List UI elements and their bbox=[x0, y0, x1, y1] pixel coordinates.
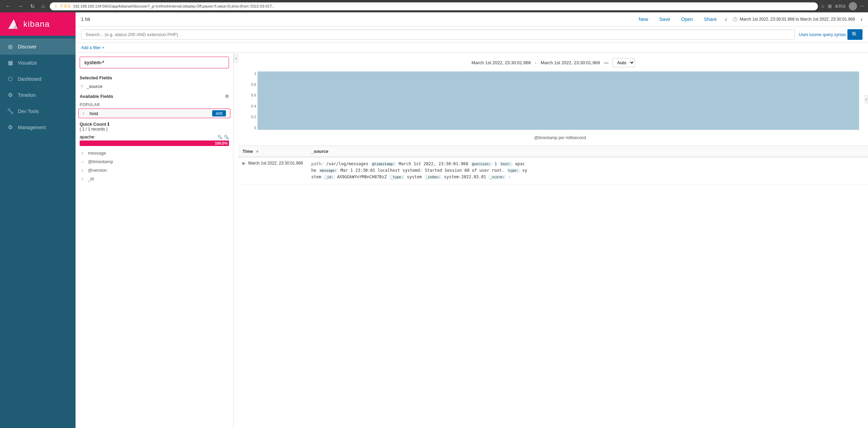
left-panel-wrapper: system-* Selected Fields ? _source Avail… bbox=[76, 53, 238, 428]
table-header-row: Time ▼ _source bbox=[238, 146, 868, 157]
field-item-source: ? _source bbox=[76, 82, 233, 91]
message-tag: message: bbox=[319, 168, 338, 173]
sidebar-item-dashboard[interactable]: ⬡ Dashboard bbox=[0, 71, 76, 87]
host-field-type: t bbox=[83, 111, 87, 115]
chart-range-separator: - bbox=[535, 60, 536, 65]
path-key: path: bbox=[311, 161, 323, 166]
id-value: AX9GGkWYnYM8nCH87BzZ bbox=[337, 174, 389, 179]
sidebar-item-label: Dev Tools bbox=[18, 109, 39, 114]
add-field-button[interactable]: add bbox=[212, 110, 226, 116]
discover-icon: ◎ bbox=[7, 43, 14, 50]
sidebar-item-label: Management bbox=[18, 125, 46, 130]
field-name: _source bbox=[87, 84, 229, 89]
version-tag: @version: bbox=[471, 162, 492, 166]
index-pattern[interactable]: system-* bbox=[80, 57, 229, 68]
id-tag: _id: bbox=[324, 175, 335, 179]
time-range: 🕐 March 1st 2022, 23:30:01.968 to March … bbox=[732, 17, 855, 22]
sort-icon: ▼ bbox=[255, 150, 259, 154]
search-input[interactable] bbox=[81, 30, 795, 40]
time-column-header[interactable]: Time ▼ bbox=[238, 146, 307, 157]
right-panel-collapse-button[interactable]: › bbox=[865, 95, 868, 103]
kibana-logo-text: kibana bbox=[23, 19, 50, 29]
devtools-icon: 🔧 bbox=[7, 108, 14, 114]
quick-count-bar-container: 100.0% bbox=[80, 140, 229, 146]
sidebar-item-discover[interactable]: ◎ Discover bbox=[0, 38, 76, 55]
chart-start-time: March 1st 2022, 23:30:01.968 bbox=[471, 60, 531, 65]
sidebar-item-timelion[interactable]: ⚙ Timelion bbox=[0, 87, 76, 103]
quick-count-icons: 🔍 🔍 bbox=[217, 135, 229, 139]
save-button[interactable]: Save bbox=[656, 15, 673, 23]
y-label-1: 1 bbox=[254, 71, 256, 76]
extensions-button[interactable]: ⊞ bbox=[828, 3, 832, 9]
selected-fields-header: Selected Fields bbox=[76, 72, 233, 82]
zoom-in-icon[interactable]: 🔍 bbox=[217, 135, 222, 139]
avatar bbox=[849, 2, 857, 10]
results-area: Time ▼ _source ▶ March 1st 2022, 23:30:0 bbox=[238, 146, 868, 428]
sidebar-item-label: Discover bbox=[18, 44, 36, 49]
results-table: Time ▼ _source ▶ March 1st 2022, 23:30:0 bbox=[238, 146, 868, 184]
index-tag: _index: bbox=[424, 175, 442, 179]
host-field-row[interactable]: t host add bbox=[78, 109, 230, 118]
address-bar[interactable]: ⚠ 不安全 192.168.100.134:5601/app/kibana#/d… bbox=[50, 2, 818, 10]
expand-row-button[interactable]: ▶ bbox=[242, 161, 245, 166]
filterbar: Add a filter + bbox=[76, 43, 868, 53]
management-icon: ⚙ bbox=[7, 124, 14, 131]
search-button[interactable]: 🔍 bbox=[847, 29, 863, 40]
address-text: 192.168.100.134:5601/app/kibana#/discove… bbox=[73, 4, 275, 8]
sidebar-logo: kibana bbox=[0, 12, 76, 36]
main: 1 hit New Save Open Share ‹ 🕐 March 1st … bbox=[76, 12, 868, 428]
gear-icon[interactable]: ⚙ bbox=[225, 94, 229, 99]
host-tag: host: bbox=[500, 162, 513, 166]
score-value: - bbox=[508, 174, 511, 179]
y-label-0: 0 bbox=[254, 126, 256, 130]
refresh-button[interactable]: ↻ bbox=[28, 2, 37, 10]
forward-button[interactable]: → bbox=[16, 2, 25, 10]
field-type-icon: ? bbox=[80, 85, 84, 89]
quick-count-entry: apache 🔍 🔍 100.0% bbox=[80, 134, 229, 146]
timestamp-field-name: @timestamp bbox=[88, 159, 113, 164]
chart-end-time: March 1st 2022, 23:30:01.969 bbox=[540, 60, 600, 65]
y-label-08: 0.8 bbox=[251, 82, 256, 87]
lucene-link[interactable]: Uses lucene query syntax bbox=[799, 32, 846, 37]
open-button[interactable]: Open bbox=[678, 15, 696, 23]
sidebar-item-visualize[interactable]: ▦ Visualize bbox=[0, 55, 76, 71]
back-button[interactable]: ← bbox=[3, 2, 13, 10]
browser-actions: ☆ ⊞ 未同步 ⋯ bbox=[821, 2, 865, 10]
quick-count-section: Quick Count ℹ ( 1 / 1 records ) apache 🔍… bbox=[76, 119, 233, 149]
bookmark-button[interactable]: ☆ bbox=[821, 3, 825, 9]
time-range-text: March 1st 2022, 23:30:01.968 to March 1s… bbox=[740, 17, 855, 22]
quick-count-entry-name: apache bbox=[80, 134, 94, 139]
table-row: ▶ March 1st 2022, 23:30:01.968 path: /va… bbox=[238, 157, 868, 184]
available-fields-header: Available Fields ⚙ bbox=[76, 91, 233, 100]
available-field-timestamp: ○ @timestamp bbox=[76, 157, 233, 166]
host-continued: he bbox=[311, 168, 319, 173]
left-panel-collapse-button[interactable]: ‹ bbox=[233, 54, 238, 63]
available-fields-label: Available Fields bbox=[80, 94, 113, 99]
y-label-06: 0.6 bbox=[251, 93, 256, 97]
searchbar: Uses lucene query syntax 🔍 bbox=[76, 26, 868, 43]
sidebar-item-label: Timelion bbox=[18, 92, 36, 98]
new-button[interactable]: New bbox=[636, 15, 651, 23]
content-area: system-* Selected Fields ? _source Avail… bbox=[76, 53, 868, 428]
security-label: 不安全 bbox=[60, 4, 71, 9]
sidebar-item-management[interactable]: ⚙ Management bbox=[0, 119, 76, 135]
hits-count: 1 hit bbox=[81, 16, 90, 22]
clock-icon: 🕐 bbox=[732, 17, 738, 22]
interval-select[interactable]: Auto bbox=[613, 58, 635, 67]
home-button[interactable]: ⌂ bbox=[39, 2, 47, 10]
available-field-message: t message bbox=[76, 149, 233, 157]
prev-time-button[interactable]: ‹ bbox=[725, 16, 727, 23]
quick-count-bar: 100.0% bbox=[80, 140, 229, 146]
type-value: sy bbox=[522, 168, 527, 173]
sidebar-item-label: Visualize bbox=[18, 60, 37, 66]
zoom-out-icon[interactable]: 🔍 bbox=[224, 135, 229, 139]
next-time-button[interactable]: › bbox=[860, 16, 863, 23]
sync-label: 未同步 bbox=[835, 4, 846, 9]
add-filter-button[interactable]: Add a filter + bbox=[81, 45, 104, 50]
chart-wrapper: 1 0.8 0.6 0.4 0.2 0 @timestamp per milli… bbox=[244, 71, 863, 140]
share-button[interactable]: Share bbox=[701, 15, 719, 23]
sidebar-item-devtools[interactable]: 🔧 Dev Tools bbox=[0, 103, 76, 119]
source-column-header: _source bbox=[307, 146, 868, 157]
selected-fields-label: Selected Fields bbox=[80, 75, 112, 80]
more-button[interactable]: ⋯ bbox=[860, 3, 865, 9]
